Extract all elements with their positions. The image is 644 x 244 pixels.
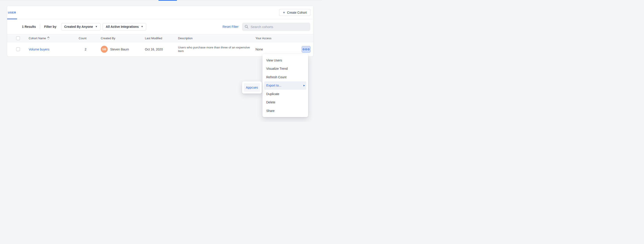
menu-item-view-users[interactable]: View Users [262,56,308,65]
row-actions-menu: View Users Visualize Trend Refresh Count… [262,54,308,117]
last-modified-cell: Oct 16, 2020 [145,48,178,51]
header-description: Description [178,37,256,40]
plus-icon: + [283,11,285,14]
description-cell: Users who purchase more than three of an… [178,46,256,53]
created-by-name: Steven Baum [110,48,129,51]
table-header-row: Cohort Name Count Created By Last Modifi… [7,34,313,42]
header-checkbox-cell [16,36,29,40]
export-submenu-item-appcues[interactable]: Appcues [244,83,260,92]
menu-item-export-to[interactable]: Export to... ▶ [264,81,306,90]
chevron-down-icon: ▼ [95,26,98,28]
header-cohort-name[interactable]: Cohort Name [29,37,76,40]
count-cell: 2 [76,48,101,51]
filter-by-label: Filter by [44,25,56,29]
select-all-checkbox[interactable] [16,36,20,40]
header-your-access: Your Access [256,37,280,40]
reset-filter-link[interactable]: Reset Filter [222,25,238,29]
cohort-name-link[interactable]: Volume buyers [29,48,50,51]
search-cohorts-input[interactable] [250,25,308,29]
avatar: SB [101,46,108,53]
tab-user-label: USER [8,11,16,14]
header-count: Count [76,37,101,40]
menu-item-refresh-count[interactable]: Refresh Count [262,73,308,81]
header-last-modified: Last Modified [145,37,178,40]
divider [40,25,40,29]
tab-active-underline [7,19,17,19]
menu-item-share[interactable]: Share [262,107,308,115]
row-checkbox[interactable] [16,47,20,51]
chevron-down-icon: ▼ [141,26,143,28]
results-count: 1 Results [22,25,36,29]
create-cohort-button[interactable]: + Create Cohort [279,9,310,16]
panel-tab-bar: USER + Create Cohort [7,6,313,19]
integrations-filter-value: All Active Integrations [106,25,138,29]
dot-icon [308,49,310,50]
submenu-arrow-icon: ▶ [304,84,305,87]
row-checkbox-cell [16,47,29,51]
create-cohort-label: Create Cohort [287,11,307,14]
header-created-by: Created By [101,37,145,40]
tab-user[interactable]: USER [7,6,17,19]
export-submenu: Appcues [242,81,262,94]
dot-icon [303,49,304,50]
sort-icon[interactable] [47,37,50,40]
search-cohorts-box[interactable] [242,23,310,31]
filter-bar: 1 Results Filter by Created By Anyone ▼ … [7,19,313,34]
integrations-filter-dropdown[interactable]: All Active Integrations ▼ [102,23,146,31]
cohort-name-cell: Volume buyers [29,48,76,51]
cohorts-panel: USER + Create Cohort 1 Results Filter by… [7,6,314,56]
search-icon [245,25,248,29]
menu-item-visualize-trend[interactable]: Visualize Trend [262,65,308,73]
dot-icon [305,49,307,50]
menu-item-delete[interactable]: Delete [262,98,308,107]
menu-item-duplicate[interactable]: Duplicate [262,90,308,98]
created-by-filter-dropdown[interactable]: Created By Anyone ▼ [61,23,101,31]
topnav-active-tab-indicator[interactable] [158,0,177,1]
row-actions-cell [280,46,310,53]
row-actions-button[interactable] [302,46,310,53]
menu-item-export-to-label: Export to... [266,84,282,87]
created-by-filter-value: Created By Anyone [64,25,93,29]
created-by-cell: SB Steven Baum [101,46,145,53]
cohorts-page: USER + Create Cohort 1 Results Filter by… [0,0,322,122]
your-access-cell: None [256,48,280,51]
